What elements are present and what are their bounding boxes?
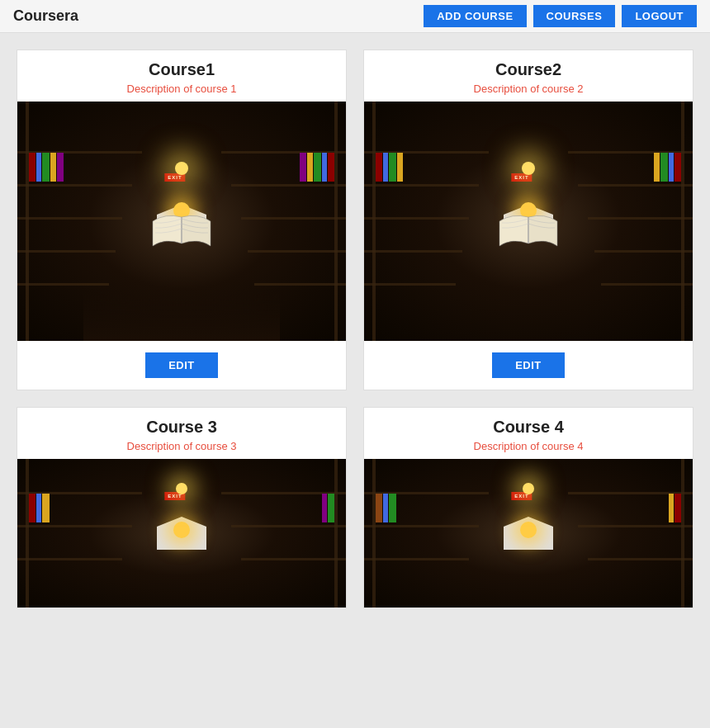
course-description-4: Description of course 4 (467, 440, 590, 459)
courses-grid: Course1 Description of course 1 (0, 33, 710, 625)
course-image-2: EXIT (364, 102, 693, 341)
course-card-4: Course 4 Description of course 4 EXIT (363, 407, 693, 608)
edit-button-1[interactable]: EDIT (145, 352, 218, 378)
course-image-3: EXIT (17, 459, 346, 607)
edit-button-2[interactable]: EDIT (492, 352, 565, 378)
logout-button[interactable]: LOGOUT (622, 5, 697, 27)
add-course-button[interactable]: ADD COURSE (424, 5, 526, 27)
course-image-1: EXIT (17, 102, 346, 341)
course-title-1: Course1 (142, 50, 221, 83)
course-card-1: Course1 Description of course 1 (17, 50, 347, 390)
course-edit-area-2: EDIT (364, 341, 693, 390)
course-description-1: Description of course 1 (121, 83, 244, 102)
course-description-3: Description of course 3 (121, 440, 244, 459)
course-title-3: Course 3 (140, 408, 224, 440)
course-card-2: Course2 Description of course 2 (363, 50, 693, 390)
course-edit-area-1: EDIT (17, 341, 346, 390)
course-title-2: Course2 (489, 50, 568, 83)
brand-logo: Coursera (13, 7, 78, 25)
courses-button[interactable]: COURSES (533, 5, 616, 27)
course-card-3: Course 3 Description of course 3 EXIT (17, 407, 347, 608)
navbar: Coursera ADD COURSE COURSES LOGOUT (0, 0, 710, 33)
course-description-2: Description of course 2 (467, 83, 590, 102)
nav-buttons: ADD COURSE COURSES LOGOUT (424, 5, 697, 27)
course-image-4: EXIT (364, 459, 693, 607)
course-title-4: Course 4 (486, 408, 570, 440)
